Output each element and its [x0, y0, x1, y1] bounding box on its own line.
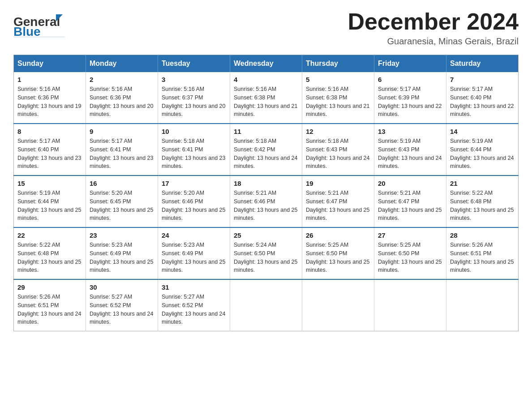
- day-number: 9: [90, 128, 154, 135]
- location: Guaranesia, Minas Gerais, Brazil: [348, 36, 519, 47]
- header-thursday: Thursday: [302, 55, 374, 73]
- header-monday: Monday: [86, 55, 158, 73]
- day-info: Sunrise: 5:22 AMSunset: 6:48 PMDaylight:…: [450, 189, 515, 223]
- calendar-cell: 19 Sunrise: 5:21 AMSunset: 6:47 PMDaylig…: [302, 176, 374, 227]
- svg-text:Blue: Blue: [13, 25, 41, 37]
- calendar-cell: 12 Sunrise: 5:18 AMSunset: 6:43 PMDaylig…: [302, 124, 374, 176]
- calendar-cell: 10 Sunrise: 5:18 AMSunset: 6:41 PMDaylig…: [158, 124, 230, 176]
- day-number: 27: [378, 231, 442, 239]
- calendar-table: SundayMondayTuesdayWednesdayThursdayFrid…: [13, 55, 519, 331]
- header-row: SundayMondayTuesdayWednesdayThursdayFrid…: [14, 55, 519, 73]
- day-info: Sunrise: 5:17 AMSunset: 6:40 PMDaylight:…: [450, 85, 515, 119]
- calendar-cell: 26 Sunrise: 5:25 AMSunset: 6:50 PMDaylig…: [302, 227, 374, 279]
- day-number: 19: [306, 180, 370, 187]
- day-number: 29: [17, 283, 82, 291]
- calendar-cell: 11 Sunrise: 5:18 AMSunset: 6:42 PMDaylig…: [230, 124, 302, 176]
- calendar-cell: 7 Sunrise: 5:17 AMSunset: 6:40 PMDayligh…: [446, 72, 519, 124]
- day-info: Sunrise: 5:19 AMSunset: 6:44 PMDaylight:…: [450, 137, 515, 171]
- day-number: 28: [450, 231, 515, 239]
- day-number: 20: [378, 180, 442, 187]
- calendar-cell: 9 Sunrise: 5:17 AMSunset: 6:41 PMDayligh…: [86, 124, 158, 176]
- day-number: 11: [234, 128, 298, 135]
- day-number: 1: [17, 76, 82, 83]
- day-info: Sunrise: 5:18 AMSunset: 6:42 PMDaylight:…: [234, 137, 298, 171]
- calendar-cell: 25 Sunrise: 5:24 AMSunset: 6:50 PMDaylig…: [230, 227, 302, 279]
- day-number: 14: [450, 128, 515, 135]
- day-info: Sunrise: 5:21 AMSunset: 6:47 PMDaylight:…: [378, 189, 442, 223]
- page-header: General Blue December 2024 Guaranesia, M…: [13, 9, 519, 47]
- day-number: 24: [162, 231, 226, 239]
- day-number: 25: [234, 231, 298, 239]
- day-info: Sunrise: 5:20 AMSunset: 6:45 PMDaylight:…: [90, 189, 154, 223]
- day-info: Sunrise: 5:23 AMSunset: 6:49 PMDaylight:…: [162, 241, 226, 274]
- day-info: Sunrise: 5:16 AMSunset: 6:36 PMDaylight:…: [90, 85, 154, 119]
- day-info: Sunrise: 5:21 AMSunset: 6:46 PMDaylight:…: [234, 189, 298, 223]
- day-number: 7: [450, 76, 515, 83]
- calendar-cell: 18 Sunrise: 5:21 AMSunset: 6:46 PMDaylig…: [230, 176, 302, 227]
- day-number: 5: [306, 76, 370, 83]
- header-saturday: Saturday: [446, 55, 519, 73]
- calendar-cell: [374, 279, 446, 331]
- day-number: 17: [162, 180, 226, 187]
- day-info: Sunrise: 5:17 AMSunset: 6:39 PMDaylight:…: [378, 85, 442, 119]
- day-info: Sunrise: 5:20 AMSunset: 6:46 PMDaylight:…: [162, 189, 226, 223]
- calendar-cell: 8 Sunrise: 5:17 AMSunset: 6:40 PMDayligh…: [14, 124, 86, 176]
- day-number: 2: [90, 76, 154, 83]
- week-row-5: 29 Sunrise: 5:26 AMSunset: 6:51 PMDaylig…: [14, 279, 519, 331]
- week-row-1: 1 Sunrise: 5:16 AMSunset: 6:36 PMDayligh…: [14, 72, 519, 124]
- day-number: 31: [162, 283, 226, 291]
- day-number: 30: [90, 283, 154, 291]
- day-number: 12: [306, 128, 370, 135]
- day-number: 23: [90, 231, 154, 239]
- day-number: 6: [378, 76, 442, 83]
- month-title: December 2024: [348, 9, 519, 34]
- calendar-cell: 13 Sunrise: 5:19 AMSunset: 6:43 PMDaylig…: [374, 124, 446, 176]
- day-number: 13: [378, 128, 442, 135]
- calendar-cell: 16 Sunrise: 5:20 AMSunset: 6:45 PMDaylig…: [86, 176, 158, 227]
- calendar-cell: 14 Sunrise: 5:19 AMSunset: 6:44 PMDaylig…: [446, 124, 519, 176]
- day-number: 22: [17, 231, 82, 239]
- day-number: 18: [234, 180, 298, 187]
- logo: General Blue: [13, 13, 67, 37]
- calendar-cell: 5 Sunrise: 5:16 AMSunset: 6:38 PMDayligh…: [302, 72, 374, 124]
- day-info: Sunrise: 5:24 AMSunset: 6:50 PMDaylight:…: [234, 241, 298, 274]
- header-friday: Friday: [374, 55, 446, 73]
- day-number: 8: [17, 128, 82, 135]
- day-info: Sunrise: 5:25 AMSunset: 6:50 PMDaylight:…: [306, 241, 370, 274]
- calendar-cell: 29 Sunrise: 5:26 AMSunset: 6:51 PMDaylig…: [14, 279, 86, 331]
- day-info: Sunrise: 5:22 AMSunset: 6:48 PMDaylight:…: [17, 241, 82, 274]
- day-info: Sunrise: 5:27 AMSunset: 6:52 PMDaylight:…: [162, 293, 226, 326]
- day-info: Sunrise: 5:25 AMSunset: 6:50 PMDaylight:…: [378, 241, 442, 274]
- calendar-cell: 27 Sunrise: 5:25 AMSunset: 6:50 PMDaylig…: [374, 227, 446, 279]
- logo-svg: General Blue: [13, 13, 67, 37]
- header-wednesday: Wednesday: [230, 55, 302, 73]
- calendar-header: SundayMondayTuesdayWednesdayThursdayFrid…: [14, 55, 519, 73]
- day-number: 15: [17, 180, 82, 187]
- calendar-cell: 28 Sunrise: 5:26 AMSunset: 6:51 PMDaylig…: [446, 227, 519, 279]
- calendar-body: 1 Sunrise: 5:16 AMSunset: 6:36 PMDayligh…: [14, 72, 519, 331]
- day-info: Sunrise: 5:16 AMSunset: 6:36 PMDaylight:…: [17, 85, 82, 119]
- calendar-cell: 30 Sunrise: 5:27 AMSunset: 6:52 PMDaylig…: [86, 279, 158, 331]
- calendar-cell: 1 Sunrise: 5:16 AMSunset: 6:36 PMDayligh…: [14, 72, 86, 124]
- day-info: Sunrise: 5:26 AMSunset: 6:51 PMDaylight:…: [450, 241, 515, 274]
- day-info: Sunrise: 5:17 AMSunset: 6:40 PMDaylight:…: [17, 137, 82, 171]
- calendar-cell: 21 Sunrise: 5:22 AMSunset: 6:48 PMDaylig…: [446, 176, 519, 227]
- calendar-cell: 15 Sunrise: 5:19 AMSunset: 6:44 PMDaylig…: [14, 176, 86, 227]
- header-sunday: Sunday: [14, 55, 86, 73]
- calendar-cell: 2 Sunrise: 5:16 AMSunset: 6:36 PMDayligh…: [86, 72, 158, 124]
- day-info: Sunrise: 5:17 AMSunset: 6:41 PMDaylight:…: [90, 137, 154, 171]
- calendar-cell: 6 Sunrise: 5:17 AMSunset: 6:39 PMDayligh…: [374, 72, 446, 124]
- week-row-4: 22 Sunrise: 5:22 AMSunset: 6:48 PMDaylig…: [14, 227, 519, 279]
- calendar-cell: 24 Sunrise: 5:23 AMSunset: 6:49 PMDaylig…: [158, 227, 230, 279]
- calendar-cell: [302, 279, 374, 331]
- day-info: Sunrise: 5:16 AMSunset: 6:38 PMDaylight:…: [306, 85, 370, 119]
- day-number: 3: [162, 76, 226, 83]
- day-number: 26: [306, 231, 370, 239]
- calendar-cell: 31 Sunrise: 5:27 AMSunset: 6:52 PMDaylig…: [158, 279, 230, 331]
- day-info: Sunrise: 5:18 AMSunset: 6:43 PMDaylight:…: [306, 137, 370, 171]
- day-info: Sunrise: 5:21 AMSunset: 6:47 PMDaylight:…: [306, 189, 370, 223]
- title-section: December 2024 Guaranesia, Minas Gerais, …: [348, 9, 519, 47]
- week-row-3: 15 Sunrise: 5:19 AMSunset: 6:44 PMDaylig…: [14, 176, 519, 227]
- day-info: Sunrise: 5:26 AMSunset: 6:51 PMDaylight:…: [17, 293, 82, 326]
- calendar-cell: 22 Sunrise: 5:22 AMSunset: 6:48 PMDaylig…: [14, 227, 86, 279]
